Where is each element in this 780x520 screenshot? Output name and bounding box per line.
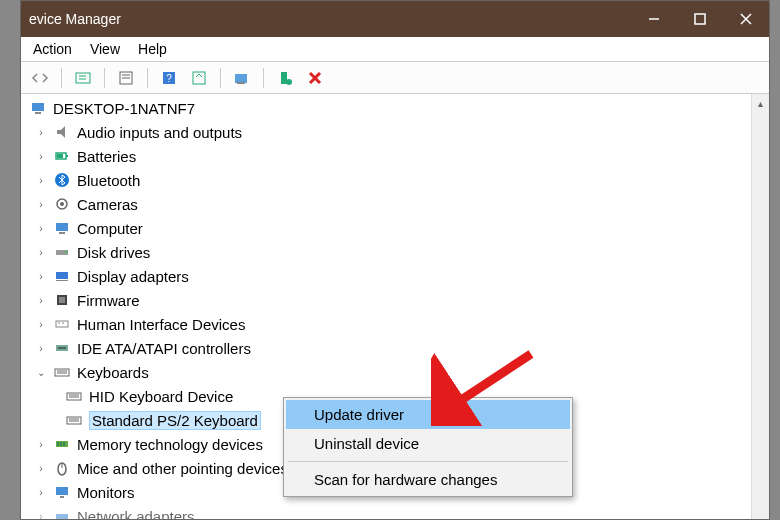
- tree-item-audio[interactable]: ›Audio inputs and outputs: [29, 120, 745, 144]
- tree-item-label: Firmware: [77, 292, 140, 309]
- tree-item-display-adapters[interactable]: ›Display adapters: [29, 264, 745, 288]
- svg-rect-58: [56, 514, 68, 519]
- battery-icon: [53, 147, 71, 165]
- tree-item-label: Bluetooth: [77, 172, 140, 189]
- tree-item-label: Monitors: [77, 484, 135, 501]
- context-uninstall-device[interactable]: Uninstall device: [286, 429, 570, 458]
- display-icon: [53, 267, 71, 285]
- tree-item-label: Computer: [77, 220, 143, 237]
- svg-rect-13: [235, 74, 247, 83]
- chevron-right-icon: ›: [35, 319, 47, 330]
- tree-item-ide[interactable]: ›IDE ATA/ATAPI controllers: [29, 336, 745, 360]
- chevron-right-icon: ›: [35, 199, 47, 210]
- tree-item-label: Cameras: [77, 196, 138, 213]
- computer-root-icon: [29, 99, 47, 117]
- chevron-right-icon: ›: [35, 223, 47, 234]
- tree-item-label: Mice and other pointing devices: [77, 460, 288, 477]
- svg-rect-28: [56, 223, 68, 231]
- chevron-right-icon: ›: [35, 439, 47, 450]
- context-item-label: Uninstall device: [314, 435, 419, 452]
- mouse-icon: [53, 459, 71, 477]
- svg-rect-24: [57, 154, 63, 158]
- chevron-right-icon: ›: [35, 247, 47, 258]
- network-icon: [53, 507, 71, 519]
- tree-item-label: Keyboards: [77, 364, 149, 381]
- svg-point-31: [65, 251, 67, 253]
- toolbar: ?: [21, 62, 769, 94]
- tree-item-network[interactable]: ›Network adapters: [29, 504, 745, 519]
- svg-rect-32: [56, 272, 68, 279]
- content-area: DESKTOP-1NATNF7 ›Audio inputs and output…: [21, 94, 769, 519]
- ide-icon: [53, 339, 71, 357]
- titlebar: evice Manager: [21, 1, 769, 37]
- tree-item-keyboards[interactable]: ⌄Keyboards: [29, 360, 745, 384]
- svg-rect-52: [60, 442, 62, 446]
- action-icon[interactable]: [188, 67, 210, 89]
- monitor-icon: [53, 483, 71, 501]
- tree-item-hid[interactable]: ›Human Interface Devices: [29, 312, 745, 336]
- keyboard-icon: [65, 411, 83, 429]
- tree-item-label: IDE ATA/ATAPI controllers: [77, 340, 251, 357]
- svg-text:?: ?: [166, 73, 172, 84]
- menu-help[interactable]: Help: [138, 41, 167, 57]
- menu-action[interactable]: Action: [33, 41, 72, 57]
- svg-point-16: [286, 79, 292, 85]
- back-fwd-icon[interactable]: [29, 67, 51, 89]
- tree-item-label: Memory technology devices: [77, 436, 263, 453]
- context-menu: Update driver Uninstall device Scan for …: [283, 397, 573, 497]
- chevron-down-icon: ⌄: [35, 367, 47, 378]
- tree-item-bluetooth[interactable]: ›Bluetooth: [29, 168, 745, 192]
- svg-rect-4: [76, 73, 90, 83]
- svg-rect-33: [56, 280, 68, 281]
- chevron-right-icon: ›: [35, 127, 47, 138]
- window-title: evice Manager: [29, 11, 631, 27]
- context-item-label: Scan for hardware changes: [314, 471, 497, 488]
- chevron-right-icon: ›: [35, 511, 47, 520]
- svg-point-27: [60, 202, 64, 206]
- tree-item-label: Display adapters: [77, 268, 189, 285]
- svg-rect-51: [57, 442, 59, 446]
- camera-icon: [53, 195, 71, 213]
- audio-icon: [53, 123, 71, 141]
- tree-item-firmware[interactable]: ›Firmware: [29, 288, 745, 312]
- svg-rect-57: [60, 496, 64, 498]
- maximize-button[interactable]: [677, 1, 723, 37]
- tree-item-label: Audio inputs and outputs: [77, 124, 242, 141]
- tree-item-batteries[interactable]: ›Batteries: [29, 144, 745, 168]
- svg-rect-19: [32, 103, 44, 111]
- add-driver-icon[interactable]: [274, 67, 296, 89]
- help-icon[interactable]: ?: [158, 67, 180, 89]
- menu-view[interactable]: View: [90, 41, 120, 57]
- svg-rect-1: [695, 14, 705, 24]
- svg-rect-56: [56, 487, 68, 495]
- chevron-right-icon: ›: [35, 151, 47, 162]
- close-button[interactable]: [723, 1, 769, 37]
- chevron-right-icon: ›: [35, 343, 47, 354]
- tree-root[interactable]: DESKTOP-1NATNF7: [29, 96, 745, 120]
- tree-item-disk-drives[interactable]: ›Disk drives: [29, 240, 745, 264]
- show-hidden-icon[interactable]: [72, 67, 94, 89]
- tree-item-computer[interactable]: ›Computer: [29, 216, 745, 240]
- tree-item-cameras[interactable]: ›Cameras: [29, 192, 745, 216]
- context-update-driver[interactable]: Update driver: [286, 400, 570, 429]
- context-scan-hardware[interactable]: Scan for hardware changes: [286, 465, 570, 494]
- firmware-icon: [53, 291, 71, 309]
- scan-hardware-icon[interactable]: [231, 67, 253, 89]
- scroll-up-icon[interactable]: ▴: [752, 94, 769, 112]
- tree-root-label: DESKTOP-1NATNF7: [53, 100, 195, 117]
- minimize-button[interactable]: [631, 1, 677, 37]
- tree-item-label: Disk drives: [77, 244, 150, 261]
- bluetooth-icon: [53, 171, 71, 189]
- uninstall-icon[interactable]: [304, 67, 326, 89]
- svg-rect-53: [63, 442, 65, 446]
- menu-divider: [288, 461, 568, 462]
- properties-icon[interactable]: [115, 67, 137, 89]
- vertical-scrollbar[interactable]: ▴: [751, 94, 769, 519]
- memory-icon: [53, 435, 71, 453]
- svg-rect-36: [56, 321, 68, 327]
- computer-icon: [53, 219, 71, 237]
- device-manager-window: evice Manager Action View Help ?: [20, 0, 770, 520]
- svg-rect-35: [59, 297, 65, 303]
- menubar: Action View Help: [21, 37, 769, 62]
- hid-icon: [53, 315, 71, 333]
